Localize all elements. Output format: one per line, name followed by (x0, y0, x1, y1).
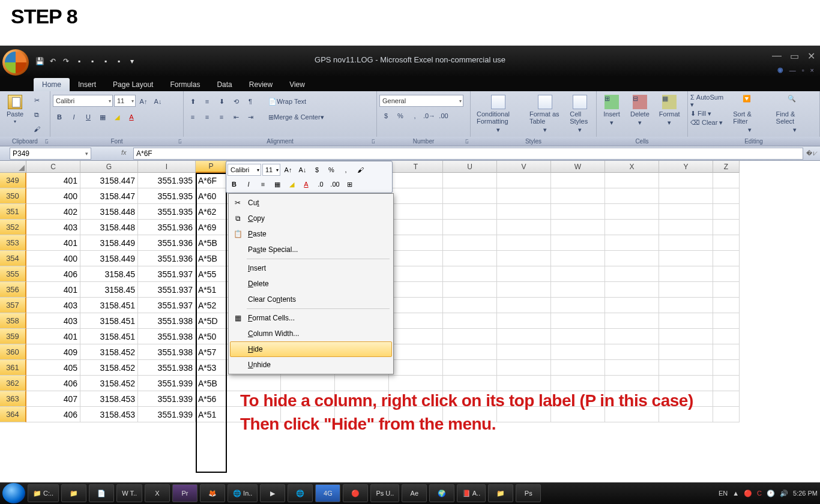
cell[interactable] (551, 329, 605, 344)
cell[interactable] (389, 266, 443, 282)
cell[interactable] (551, 235, 605, 251)
column-header-P[interactable]: P (196, 161, 227, 173)
cell[interactable] (443, 266, 497, 282)
redo-icon[interactable]: ↷ (61, 56, 71, 66)
cell[interactable]: 407 (26, 391, 80, 407)
cell[interactable]: 3158.452 (80, 344, 138, 360)
cell[interactable] (713, 344, 740, 360)
cell[interactable] (497, 313, 551, 329)
cell[interactable] (713, 251, 740, 266)
cell[interactable] (713, 282, 740, 298)
cell[interactable]: 3158.452 (80, 376, 138, 391)
decrease-decimal-icon[interactable]: .00 (437, 109, 450, 122)
cell[interactable] (605, 188, 659, 204)
cell[interactable]: 403 (26, 298, 80, 313)
qat-icon[interactable]: ▪ (74, 56, 84, 66)
cell[interactable]: 3551.939 (138, 407, 196, 422)
cell[interactable] (497, 220, 551, 235)
cell[interactable] (551, 188, 605, 204)
cell[interactable]: 3551.936 (138, 235, 196, 251)
help-icon[interactable]: ◉ (777, 66, 783, 74)
cell[interactable] (605, 266, 659, 282)
cell[interactable]: 403 (26, 220, 80, 235)
menu-item-cut[interactable]: ✂Cut (230, 195, 392, 211)
cell[interactable] (713, 220, 740, 235)
cell[interactable] (659, 344, 713, 360)
orientation-icon[interactable]: ⟲ (229, 95, 243, 108)
conditional-formatting-button[interactable]: Conditional Formatting ▾ (473, 92, 523, 136)
mini-grow-font-icon[interactable]: A↑ (282, 163, 295, 176)
cell[interactable] (605, 251, 659, 266)
cell[interactable] (551, 344, 605, 360)
cell[interactable] (497, 235, 551, 251)
cell[interactable] (605, 329, 659, 344)
cell[interactable]: A*5B (196, 251, 227, 266)
row-header[interactable]: 355 (0, 266, 26, 282)
column-header-C[interactable]: C (26, 161, 80, 173)
cell[interactable] (389, 220, 443, 235)
cell[interactable] (389, 188, 443, 204)
cell[interactable]: A*5D (196, 313, 227, 329)
cell[interactable]: 3158.447 (80, 173, 138, 188)
cell[interactable] (551, 204, 605, 220)
cell[interactable] (713, 298, 740, 313)
cell[interactable] (551, 360, 605, 376)
percent-icon[interactable]: % (394, 109, 407, 122)
column-header-X[interactable]: X (605, 161, 659, 173)
tab-home[interactable]: Home (34, 78, 70, 91)
taskbar-item[interactable]: 4G (315, 484, 340, 502)
cell[interactable] (389, 298, 443, 313)
cell[interactable] (443, 329, 497, 344)
cell[interactable]: 3158.452 (80, 360, 138, 376)
worksheet-grid[interactable]: CGIPQRSTUVWXYZ 3493503513523533543553563… (0, 161, 820, 493)
cell[interactable]: 406 (26, 407, 80, 422)
row-header[interactable]: 360 (0, 344, 26, 360)
cell[interactable]: 3158.451 (80, 313, 138, 329)
tray-clock[interactable]: 5:26 PM (793, 490, 818, 497)
column-header-G[interactable]: G (80, 161, 138, 173)
cell[interactable] (713, 173, 740, 188)
cell[interactable] (443, 204, 497, 220)
qat-icon[interactable]: ▪ (101, 56, 110, 66)
cell[interactable] (443, 344, 497, 360)
cell[interactable]: 3158.45 (80, 266, 138, 282)
cell[interactable]: 3551.937 (138, 266, 196, 282)
menu-item-format-cells[interactable]: ▦Format Cells... (230, 310, 392, 326)
cell[interactable]: A*60 (196, 188, 227, 204)
cell[interactable]: 3551.935 (138, 204, 196, 220)
cell[interactable]: 400 (26, 251, 80, 266)
format-painter-icon[interactable]: 🖌 (30, 122, 43, 136)
office-button[interactable] (2, 49, 29, 76)
taskbar-item[interactable]: W T.. (116, 484, 142, 502)
menu-item-column-width[interactable]: Column Width... (230, 326, 392, 341)
row-headers[interactable]: 3493503513523533543553563573583593603613… (0, 173, 26, 422)
cell[interactable] (551, 266, 605, 282)
cell[interactable]: 401 (26, 173, 80, 188)
cell[interactable] (443, 251, 497, 266)
taskbar-item[interactable]: Ae (402, 484, 427, 502)
menu-item-clear-contents[interactable]: Clear Contents (230, 292, 392, 307)
column-headers[interactable]: CGIPQRSTUVWXYZ (26, 161, 820, 173)
cell[interactable] (713, 204, 740, 220)
cell[interactable]: 3551.935 (138, 188, 196, 204)
italic-icon[interactable]: I (67, 110, 80, 124)
cell[interactable]: A*56 (196, 391, 227, 407)
cell[interactable]: 3158.453 (80, 407, 138, 422)
cell[interactable] (605, 298, 659, 313)
cell[interactable] (659, 251, 713, 266)
cell[interactable] (389, 344, 443, 360)
cell[interactable] (713, 376, 740, 391)
cell[interactable] (713, 235, 740, 251)
cell[interactable] (497, 204, 551, 220)
cell[interactable]: 3551.938 (138, 360, 196, 376)
cell[interactable]: 3158.448 (80, 204, 138, 220)
cell[interactable] (551, 313, 605, 329)
minimize-icon[interactable]: — (772, 50, 782, 62)
cell[interactable]: 3158.451 (80, 329, 138, 344)
cell[interactable] (713, 266, 740, 282)
taskbar-item[interactable]: 🔴 (343, 484, 368, 502)
underline-icon[interactable]: U (82, 110, 95, 124)
cell[interactable]: 3551.939 (138, 391, 196, 407)
cell[interactable]: 3551.936 (138, 220, 196, 235)
cell[interactable] (497, 173, 551, 188)
